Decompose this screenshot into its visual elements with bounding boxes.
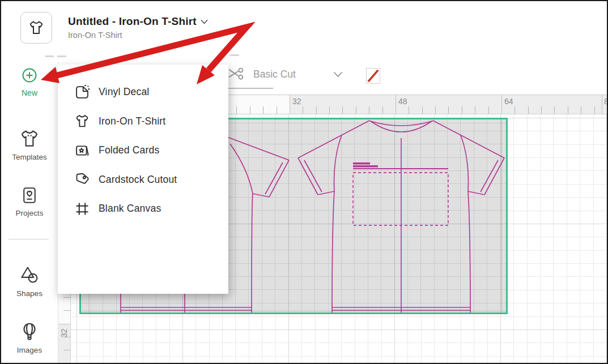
t-shirt-icon — [74, 113, 91, 130]
sidebar-section-divider — [8, 239, 49, 239]
menu-item-folded-cards[interactable]: Folded Cards — [58, 136, 228, 165]
sidebar-item-shapes[interactable]: Shapes — [1, 264, 58, 298]
shapes-icon — [19, 264, 40, 286]
menu-item-label: Folded Cards — [99, 144, 159, 156]
ruler-label: 64 — [504, 97, 513, 106]
project-subtitle: Iron-On T-Shirt — [68, 31, 208, 40]
no-color-diagonal-icon — [367, 68, 380, 84]
app-window: 32 48 64 8 32 — [0, 0, 608, 364]
menu-item-blank-canvas[interactable]: Blank Canvas — [58, 194, 228, 224]
sidebar-item-templates[interactable]: Templates — [1, 128, 58, 161]
frame-icon — [74, 200, 91, 217]
operation-select[interactable]: Basic Cut — [228, 67, 343, 82]
ruler-label: 8 — [604, 97, 608, 106]
vinyl-decal-icon — [74, 84, 91, 101]
truncated-ui-dash — [57, 55, 66, 57]
sidebar-item-label: Shapes — [16, 289, 42, 298]
sidebar-item-images[interactable]: Images — [1, 321, 58, 354]
sidebar-item-label: Templates — [12, 153, 47, 161]
truncated-ui-dash — [229, 54, 239, 56]
ruler-label: 32 — [292, 97, 301, 106]
sidebar-item-label: New — [22, 88, 37, 97]
sidebar-item-projects[interactable]: Projects — [1, 185, 58, 217]
project-card-icon — [19, 185, 40, 205]
folded-card-icon — [74, 142, 91, 159]
sidebar-item-label: Projects — [16, 209, 44, 217]
balloon-icon — [19, 321, 40, 342]
truncated-ui-dash — [45, 55, 54, 57]
sidebar-item-label: Images — [17, 346, 42, 354]
menu-item-cardstock-cutout[interactable]: Cardstock Cutout — [58, 165, 228, 195]
operation-label: Basic Cut — [253, 68, 296, 80]
tag-icon — [74, 171, 91, 188]
ruler-label: 32 — [59, 326, 69, 337]
menu-item-label: Iron-On T-Shirt — [99, 115, 165, 127]
t-shirt-icon — [19, 128, 40, 149]
menu-item-label: Blank Canvas — [99, 203, 161, 215]
chevron-down-icon — [333, 71, 343, 78]
menu-item-vinyl-decal[interactable]: Vinyl Decal — [58, 78, 228, 107]
title-chevron-down-icon[interactable] — [201, 19, 208, 24]
menu-item-label: Cardstock Cutout — [99, 174, 177, 186]
sidebar-item-new[interactable]: New — [1, 66, 58, 97]
truncated-ui-line — [227, 88, 273, 89]
ruler-label: 48 — [398, 97, 407, 106]
no-color-swatch[interactable] — [366, 68, 380, 84]
project-title: Untitled - Iron-On T-Shirt — [68, 15, 197, 28]
scissors-icon — [228, 67, 245, 82]
t-shirt-icon — [28, 19, 45, 36]
new-project-dropdown: Vinyl Decal Iron-On T-Shirt Folded Cards — [58, 65, 228, 294]
menu-item-iron-on-t-shirt[interactable]: Iron-On T-Shirt — [58, 107, 228, 136]
menu-item-label: Vinyl Decal — [99, 86, 149, 98]
project-type-icon-box[interactable] — [20, 12, 52, 44]
plus-circle-icon — [20, 66, 39, 85]
